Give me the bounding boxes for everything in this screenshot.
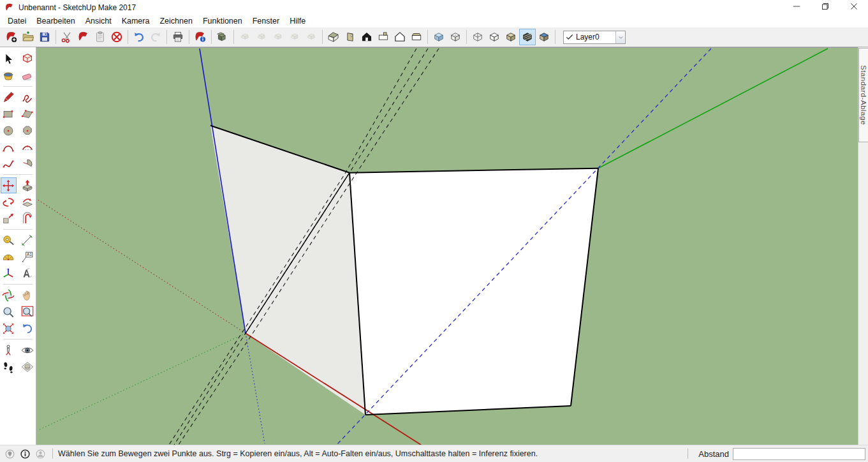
tool-push-pull[interactable] [20,177,36,193]
geolocation-icon[interactable] [4,449,15,459]
tool-row [0,287,36,303]
tool-axes[interactable] [1,265,17,281]
window-title: Unbenannt - SketchUp Make 2017 [18,3,136,12]
front-face[interactable] [349,168,598,415]
tool-scale[interactable] [1,211,17,227]
new-button[interactable] [3,29,20,45]
tool-make-component[interactable] [20,51,36,67]
tool-follow-me[interactable] [20,194,36,210]
style-hidden-line-button[interactable] [486,29,503,45]
close-button[interactable] [839,0,868,15]
tool-move[interactable] [1,177,17,193]
style-back-edges-button[interactable] [447,29,464,45]
tool-arc[interactable] [1,139,17,155]
view-iso-button[interactable] [325,29,342,45]
tool-look-around[interactable] [20,342,36,358]
menu-funktionen[interactable]: Funktionen [198,15,247,27]
copy-button[interactable] [75,29,92,45]
tool-three-point-arc[interactable] [1,156,17,172]
solid-intersect-button[interactable] [237,29,253,45]
measurement-label: Abstand [698,449,729,459]
menu-zeichnen[interactable]: Zeichnen [154,15,197,27]
tool-select[interactable] [1,51,17,67]
tool-position-camera[interactable] [1,342,17,358]
tool-rotated-rectangle[interactable] [20,106,36,122]
solid-union-button[interactable] [253,29,270,45]
tool-offset[interactable] [20,211,36,227]
signin-icon[interactable] [35,449,46,459]
view-top-button[interactable] [375,29,392,45]
tool-section-plane[interactable] [20,359,36,375]
view-front-button[interactable] [358,29,375,45]
solid-trim-button[interactable] [286,29,303,45]
view-back-button[interactable] [392,29,408,45]
minimize-button[interactable] [782,0,811,15]
redo-button[interactable] [147,29,164,45]
tray-tab-standard-ablage[interactable]: Standard-Ablage [858,48,868,142]
tool-zoom-extents[interactable] [1,320,17,336]
tool-text[interactable]: A1 [20,249,36,265]
title-bar: Unbenannt - SketchUp Make 2017 [0,0,868,15]
menu-datei[interactable]: Datei [3,15,31,27]
tool-zoom-window[interactable] [20,304,36,320]
tool-pan[interactable] [20,287,36,303]
cut-button[interactable] [59,29,75,45]
menu-fenster[interactable]: Fenster [247,15,284,27]
save-button[interactable] [36,29,53,45]
style-xray-button[interactable] [430,29,447,45]
tool-3d-text[interactable] [20,265,36,281]
tool-rectangle[interactable] [1,106,17,122]
tool-zoom[interactable] [1,304,17,320]
tool-two-point-arc[interactable] [20,139,36,155]
style-shaded-button[interactable] [503,29,519,45]
print-button[interactable] [170,29,186,45]
solid-subtract-button[interactable] [270,29,286,45]
tool-rotate[interactable] [1,194,17,210]
erase-button[interactable] [108,29,125,45]
style-wireframe-button[interactable] [469,29,486,45]
toolbar-separator [466,30,467,44]
outer-shell-button[interactable] [214,29,231,45]
layer-dropdown[interactable]: Layer0 [563,31,626,44]
view-left-button[interactable] [408,29,425,45]
tool-row [0,106,36,122]
model-canvas[interactable] [36,48,858,445]
tool-orbit[interactable] [1,287,17,303]
menu-ansicht[interactable]: Ansicht [80,15,117,27]
open-button[interactable] [20,29,36,45]
tool-protractor[interactable] [1,249,17,265]
menu-kamera[interactable]: Kamera [117,15,155,27]
credits-icon[interactable] [20,449,31,459]
layer-dropdown-arrow[interactable] [615,31,625,43]
restore-button[interactable] [811,0,839,15]
solid-split-button[interactable] [303,29,320,45]
toolbar-separator [555,30,555,44]
menu-hilfe[interactable]: Hilfe [284,15,311,27]
view-right-button[interactable] [342,29,358,45]
tool-row: A1 [0,249,36,265]
model-info-button[interactable] [192,29,209,45]
tool-line[interactable] [1,89,17,105]
palette-separator [3,339,33,339]
tool-freehand[interactable] [20,89,36,105]
menu-bearbeiten[interactable]: Bearbeiten [31,15,80,27]
style-monochrome-button[interactable] [536,29,552,45]
tool-tape-measure[interactable] [1,232,17,248]
tool-previous[interactable] [20,320,36,336]
viewport[interactable] [36,47,858,445]
tool-paint-bucket[interactable] [1,68,17,84]
tool-pie[interactable] [20,156,36,172]
undo-button[interactable] [131,29,147,45]
tool-dimension[interactable] [20,232,36,248]
tool-eraser[interactable] [20,68,36,84]
tool-walk[interactable] [1,359,17,375]
restore-icon [820,1,831,14]
measurement-input[interactable] [733,448,865,460]
toolbar-separator [189,30,189,44]
tool-circle[interactable] [1,123,17,138]
tool-row [0,211,36,227]
style-shaded-textures-button[interactable] [519,29,536,45]
tool-polygon[interactable] [20,123,36,138]
paste-button[interactable] [92,29,108,45]
back-face[interactable] [210,126,365,415]
